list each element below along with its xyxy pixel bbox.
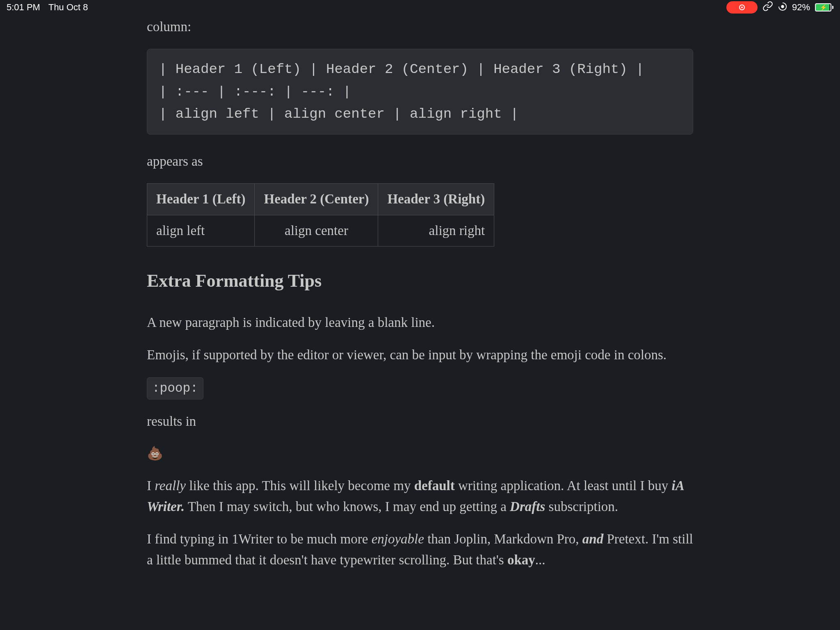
table-header-cell: Header 1 (Left) [147, 184, 255, 215]
paragraph: I find typing in 1Writer to be much more… [147, 529, 693, 571]
italic-text: really [155, 478, 186, 493]
italic-text: enjoyable [372, 532, 424, 546]
status-time: 5:01 PM [7, 2, 40, 13]
status-date: Thu Oct 8 [48, 2, 88, 13]
battery-percent: 92% [792, 2, 810, 13]
bold-text: default [414, 478, 455, 493]
table-row: align left align center align right [147, 215, 494, 246]
bold-italic-text: and [582, 532, 603, 546]
table-header-cell: Header 2 (Center) [255, 184, 378, 215]
paragraph: I really like this app. This will likely… [147, 475, 693, 517]
bold-italic-text: Drafts [510, 499, 545, 514]
link-icon [762, 1, 773, 14]
rendered-table: Header 1 (Left) Header 2 (Center) Header… [147, 183, 494, 246]
svg-point-0 [781, 5, 784, 8]
document-content[interactable]: column: | Header 1 (Left) | Header 2 (Ce… [0, 0, 840, 571]
battery-icon: ⚡ [815, 3, 833, 11]
inline-code-line: :poop: [147, 377, 693, 399]
status-right: 92% ⚡ [726, 1, 833, 14]
intro-text: column: [147, 16, 693, 37]
markdown-code-block: | Header 1 (Left) | Header 2 (Center) | … [147, 49, 693, 135]
results-in-text: results in [147, 411, 693, 432]
status-left: 5:01 PM Thu Oct 8 [7, 2, 88, 13]
table-header-row: Header 1 (Left) Header 2 (Center) Header… [147, 184, 494, 215]
emoji-code: :poop: [147, 377, 203, 399]
emoji-output: 💩 [147, 443, 693, 464]
table-cell: align right [378, 215, 494, 246]
section-heading: Extra Formatting Tips [147, 267, 693, 295]
table-header-cell: Header 3 (Right) [378, 184, 494, 215]
paragraph: A new paragraph is indicated by leaving … [147, 312, 693, 333]
appears-as-text: appears as [147, 151, 693, 172]
recording-icon [739, 5, 745, 10]
bold-text: okay [507, 552, 535, 567]
paragraph: Emojis, if supported by the editor or vi… [147, 345, 693, 365]
status-bar: 5:01 PM Thu Oct 8 92% ⚡ [0, 0, 840, 15]
table-cell: align left [147, 215, 255, 246]
orientation-lock-icon [778, 2, 787, 13]
table-cell: align center [255, 215, 378, 246]
recording-indicator[interactable] [726, 1, 758, 14]
